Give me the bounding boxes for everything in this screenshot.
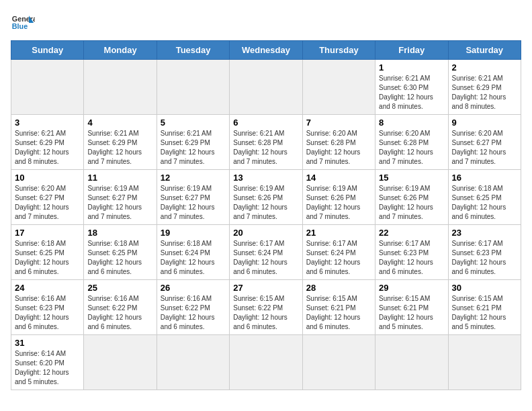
- calendar-cell: 3Sunrise: 6:21 AM Sunset: 6:29 PM Daylig…: [11, 115, 84, 170]
- calendar-cell: [157, 335, 229, 390]
- logo-icon: General Blue: [11, 11, 35, 35]
- calendar-cell: 15Sunrise: 6:19 AM Sunset: 6:26 PM Dayli…: [375, 170, 448, 225]
- day-info: Sunrise: 6:17 AM Sunset: 6:23 PM Dayligh…: [379, 239, 444, 277]
- day-number: 27: [233, 283, 298, 293]
- calendar-body: 1Sunrise: 6:21 AM Sunset: 6:30 PM Daylig…: [11, 60, 521, 390]
- weekday-thursday: Thursday: [302, 41, 375, 60]
- day-info: Sunrise: 6:21 AM Sunset: 6:29 PM Dayligh…: [15, 129, 80, 167]
- calendar-cell: 11Sunrise: 6:19 AM Sunset: 6:27 PM Dayli…: [84, 170, 157, 225]
- day-number: 24: [15, 283, 80, 293]
- day-info: Sunrise: 6:15 AM Sunset: 6:21 PM Dayligh…: [306, 294, 371, 332]
- week-row-4: 24Sunrise: 6:16 AM Sunset: 6:23 PM Dayli…: [11, 280, 521, 335]
- svg-text:Blue: Blue: [12, 22, 28, 30]
- calendar-cell: [84, 60, 157, 115]
- calendar-cell: 31Sunrise: 6:14 AM Sunset: 6:20 PM Dayli…: [11, 335, 84, 390]
- calendar-cell: [302, 335, 375, 390]
- calendar-cell: 20Sunrise: 6:17 AM Sunset: 6:24 PM Dayli…: [230, 225, 302, 280]
- day-number: 8: [379, 118, 444, 128]
- calendar-cell: 25Sunrise: 6:16 AM Sunset: 6:22 PM Dayli…: [84, 280, 157, 335]
- calendar-table: SundayMondayTuesdayWednesdayThursdayFrid…: [11, 40, 521, 390]
- day-number: 26: [161, 283, 226, 293]
- calendar-cell: [84, 335, 157, 390]
- day-info: Sunrise: 6:19 AM Sunset: 6:26 PM Dayligh…: [306, 184, 371, 222]
- calendar-cell: 10Sunrise: 6:20 AM Sunset: 6:27 PM Dayli…: [11, 170, 84, 225]
- weekday-header-row: SundayMondayTuesdayWednesdayThursdayFrid…: [11, 41, 521, 60]
- day-info: Sunrise: 6:20 AM Sunset: 6:28 PM Dayligh…: [306, 129, 371, 167]
- day-number: 9: [452, 118, 517, 128]
- day-info: Sunrise: 6:19 AM Sunset: 6:27 PM Dayligh…: [87, 184, 152, 222]
- day-info: Sunrise: 6:15 AM Sunset: 6:22 PM Dayligh…: [233, 294, 298, 332]
- calendar-cell: 23Sunrise: 6:17 AM Sunset: 6:23 PM Dayli…: [448, 225, 521, 280]
- calendar-cell: 29Sunrise: 6:15 AM Sunset: 6:21 PM Dayli…: [375, 280, 448, 335]
- day-info: Sunrise: 6:17 AM Sunset: 6:24 PM Dayligh…: [233, 239, 298, 277]
- calendar-cell: [230, 60, 302, 115]
- day-number: 12: [161, 173, 226, 183]
- weekday-friday: Friday: [375, 41, 448, 60]
- day-number: 10: [15, 173, 80, 183]
- day-number: 4: [87, 118, 152, 128]
- calendar-cell: 6Sunrise: 6:21 AM Sunset: 6:28 PM Daylig…: [230, 115, 302, 170]
- calendar-cell: 5Sunrise: 6:21 AM Sunset: 6:29 PM Daylig…: [157, 115, 229, 170]
- calendar-cell: 13Sunrise: 6:19 AM Sunset: 6:26 PM Dayli…: [230, 170, 302, 225]
- day-info: Sunrise: 6:15 AM Sunset: 6:21 PM Dayligh…: [379, 294, 444, 332]
- day-info: Sunrise: 6:20 AM Sunset: 6:27 PM Dayligh…: [452, 129, 517, 167]
- day-number: 22: [379, 228, 444, 238]
- calendar-cell: 2Sunrise: 6:21 AM Sunset: 6:29 PM Daylig…: [448, 60, 521, 115]
- day-info: Sunrise: 6:18 AM Sunset: 6:25 PM Dayligh…: [452, 184, 517, 222]
- calendar-cell: [157, 60, 229, 115]
- day-number: 5: [161, 118, 226, 128]
- header: General Blue: [11, 11, 521, 35]
- day-number: 2: [452, 62, 517, 73]
- weekday-tuesday: Tuesday: [157, 41, 229, 60]
- day-info: Sunrise: 6:18 AM Sunset: 6:24 PM Dayligh…: [161, 239, 226, 277]
- day-info: Sunrise: 6:18 AM Sunset: 6:25 PM Dayligh…: [15, 239, 80, 277]
- day-number: 15: [379, 173, 444, 183]
- day-number: 18: [87, 228, 152, 238]
- day-number: 17: [15, 228, 80, 238]
- day-number: 16: [452, 173, 517, 183]
- calendar-cell: [375, 335, 448, 390]
- calendar-cell: 4Sunrise: 6:21 AM Sunset: 6:29 PM Daylig…: [84, 115, 157, 170]
- calendar-cell: [11, 60, 84, 115]
- weekday-wednesday: Wednesday: [230, 41, 302, 60]
- day-number: 7: [306, 118, 371, 128]
- week-row-0: 1Sunrise: 6:21 AM Sunset: 6:30 PM Daylig…: [11, 60, 521, 115]
- weekday-sunday: Sunday: [11, 41, 84, 60]
- day-number: 6: [233, 118, 298, 128]
- day-info: Sunrise: 6:19 AM Sunset: 6:27 PM Dayligh…: [161, 184, 226, 222]
- day-info: Sunrise: 6:17 AM Sunset: 6:23 PM Dayligh…: [452, 239, 517, 277]
- weekday-saturday: Saturday: [448, 41, 521, 60]
- day-number: 19: [161, 228, 226, 238]
- calendar-cell: 9Sunrise: 6:20 AM Sunset: 6:27 PM Daylig…: [448, 115, 521, 170]
- day-info: Sunrise: 6:21 AM Sunset: 6:29 PM Dayligh…: [87, 129, 152, 167]
- day-info: Sunrise: 6:20 AM Sunset: 6:27 PM Dayligh…: [15, 184, 80, 222]
- calendar-cell: 1Sunrise: 6:21 AM Sunset: 6:30 PM Daylig…: [375, 60, 448, 115]
- day-number: 25: [87, 283, 152, 293]
- day-number: 30: [452, 283, 517, 293]
- day-info: Sunrise: 6:21 AM Sunset: 6:29 PM Dayligh…: [161, 129, 226, 167]
- calendar-cell: 14Sunrise: 6:19 AM Sunset: 6:26 PM Dayli…: [302, 170, 375, 225]
- calendar-cell: 24Sunrise: 6:16 AM Sunset: 6:23 PM Dayli…: [11, 280, 84, 335]
- calendar-cell: 7Sunrise: 6:20 AM Sunset: 6:28 PM Daylig…: [302, 115, 375, 170]
- day-number: 28: [306, 283, 371, 293]
- day-info: Sunrise: 6:16 AM Sunset: 6:22 PM Dayligh…: [161, 294, 226, 332]
- day-info: Sunrise: 6:21 AM Sunset: 6:28 PM Dayligh…: [233, 129, 298, 167]
- calendar-cell: [448, 335, 521, 390]
- week-row-1: 3Sunrise: 6:21 AM Sunset: 6:29 PM Daylig…: [11, 115, 521, 170]
- day-info: Sunrise: 6:17 AM Sunset: 6:24 PM Dayligh…: [306, 239, 371, 277]
- calendar-cell: [302, 60, 375, 115]
- logo: General Blue: [11, 11, 35, 35]
- calendar-cell: 27Sunrise: 6:15 AM Sunset: 6:22 PM Dayli…: [230, 280, 302, 335]
- calendar-cell: 26Sunrise: 6:16 AM Sunset: 6:22 PM Dayli…: [157, 280, 229, 335]
- calendar-cell: 19Sunrise: 6:18 AM Sunset: 6:24 PM Dayli…: [157, 225, 229, 280]
- day-info: Sunrise: 6:16 AM Sunset: 6:23 PM Dayligh…: [15, 294, 80, 332]
- day-info: Sunrise: 6:21 AM Sunset: 6:30 PM Dayligh…: [379, 74, 444, 111]
- calendar-header: SundayMondayTuesdayWednesdayThursdayFrid…: [11, 41, 521, 60]
- day-number: 14: [306, 173, 371, 183]
- calendar-cell: 18Sunrise: 6:18 AM Sunset: 6:25 PM Dayli…: [84, 225, 157, 280]
- calendar-cell: [230, 335, 302, 390]
- day-info: Sunrise: 6:16 AM Sunset: 6:22 PM Dayligh…: [87, 294, 152, 332]
- day-info: Sunrise: 6:21 AM Sunset: 6:29 PM Dayligh…: [452, 74, 517, 111]
- day-number: 11: [87, 173, 152, 183]
- week-row-3: 17Sunrise: 6:18 AM Sunset: 6:25 PM Dayli…: [11, 225, 521, 280]
